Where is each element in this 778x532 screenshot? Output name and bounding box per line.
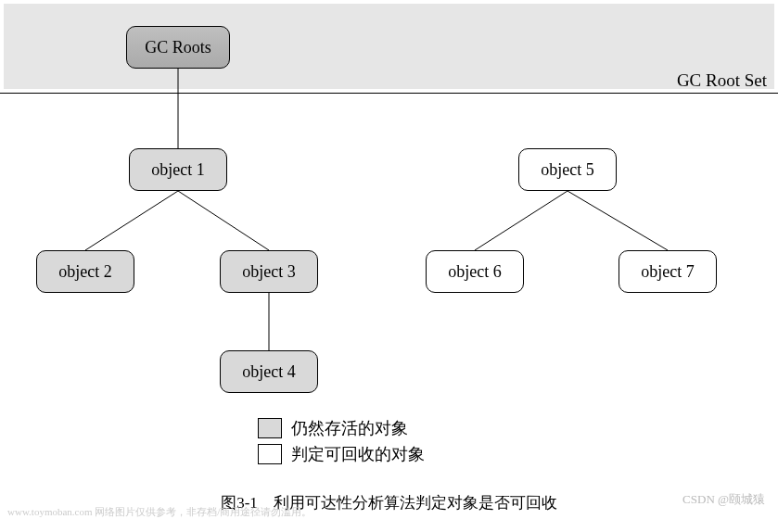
watermark-right: CSDN @颐城猿: [682, 491, 765, 508]
legend-alive-label: 仍然存活的对象: [291, 417, 408, 439]
object-6-node: object 6: [426, 250, 524, 293]
gc-roots-node: GC Roots: [126, 26, 230, 69]
object-2-node: object 2: [36, 250, 134, 293]
root-set-divider: [0, 93, 778, 94]
legend-collectible-label: 判定可回收的对象: [291, 443, 425, 465]
object-4-node: object 4: [220, 350, 318, 393]
object-1-node: object 1: [129, 148, 227, 191]
object-5-node: object 5: [518, 148, 617, 191]
legend-row-alive: 仍然存活的对象: [258, 417, 425, 439]
svg-line-2: [178, 191, 269, 250]
object-7-node: object 7: [619, 250, 717, 293]
object-3-node: object 3: [220, 250, 318, 293]
legend-swatch-alive: [258, 418, 282, 438]
svg-line-4: [475, 191, 568, 250]
legend-swatch-collectible: [258, 444, 282, 464]
gc-root-set-band: [4, 4, 774, 89]
watermark-left: www.toymoban.com 网络图片仅供参考，非存档/商用途径请勿滥用。: [7, 505, 312, 519]
svg-line-1: [85, 191, 178, 250]
legend-row-collectible: 判定可回收的对象: [258, 443, 425, 465]
legend: 仍然存活的对象 判定可回收的对象: [258, 417, 425, 469]
svg-line-5: [568, 191, 668, 250]
gc-root-set-label: GC Root Set: [677, 70, 767, 91]
